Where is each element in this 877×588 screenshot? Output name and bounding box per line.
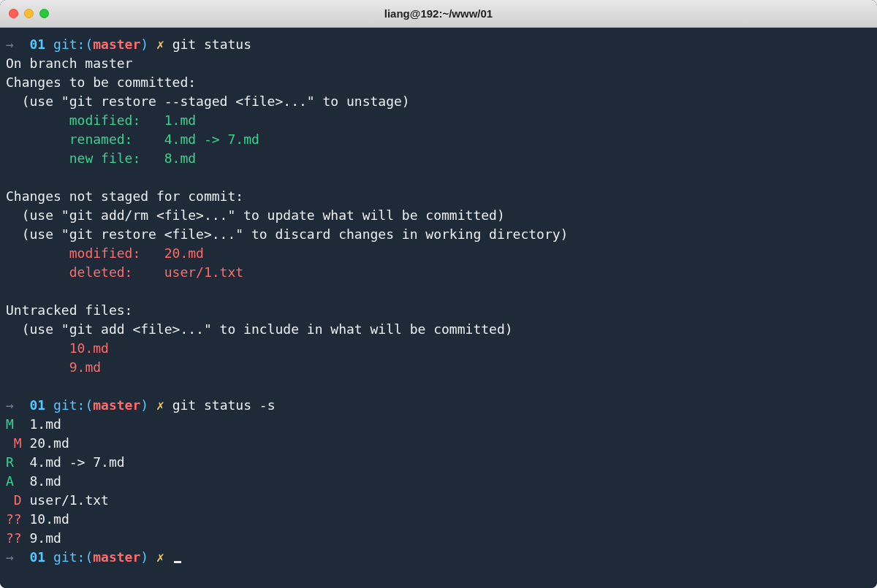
prompt-arrow-icon: →: [6, 549, 14, 565]
staged-label-0: modified:: [69, 112, 141, 128]
prompt-git-close: ): [140, 549, 148, 565]
prompt-git-close: ): [140, 37, 148, 52]
prompt-dirty-icon: ✗: [156, 397, 164, 413]
command-2: git status -s: [172, 397, 276, 413]
untracked-header: Untracked files:: [6, 302, 132, 318]
short-y-2: [14, 454, 22, 470]
prompt-dirty-icon: ✗: [156, 37, 164, 52]
staged-label-1: renamed:: [69, 131, 133, 147]
short-x-3: A: [6, 473, 14, 489]
short-x-1: [6, 435, 14, 451]
staged-file-0: 1.md: [164, 112, 196, 128]
unstaged-file-0: 20.md: [164, 245, 204, 261]
unstaged-label-1: deleted:: [69, 264, 133, 280]
maximize-icon[interactable]: [39, 9, 49, 18]
traffic-lights: [9, 9, 49, 18]
window-title: liang@192:~/www/01: [384, 7, 493, 20]
short-file-3: 8.md: [30, 473, 61, 489]
prompt-git-close: ): [140, 397, 148, 413]
minimize-icon[interactable]: [24, 9, 34, 18]
short-x-0: M: [6, 416, 14, 432]
short-x-4: [6, 492, 14, 508]
titlebar: liang@192:~/www/01: [0, 0, 877, 28]
unstaged-file-1: user/1.txt: [164, 264, 243, 280]
unstaged-label-0: modified:: [69, 245, 141, 261]
prompt-branch: master: [93, 37, 140, 52]
short-x-5: ?: [6, 511, 14, 527]
terminal-window: liang@192:~/www/01 → 01 git:(master) ✗ g…: [0, 0, 877, 588]
prompt-arrow-icon: →: [6, 397, 14, 413]
prompt-branch: master: [93, 549, 140, 565]
prompt-dirty-icon: ✗: [156, 549, 164, 565]
prompt-git-label: git:(: [53, 397, 93, 413]
short-file-6: 9.md: [30, 530, 61, 546]
short-file-5: 10.md: [30, 511, 69, 527]
cursor-icon: [174, 561, 181, 563]
prompt-git-label: git:(: [53, 37, 93, 52]
short-y-1: M: [14, 435, 22, 451]
short-file-1: 20.md: [30, 435, 69, 451]
short-file-4: user/1.txt: [30, 492, 109, 508]
prompt-dir: 01: [30, 549, 46, 565]
prompt-git-label: git:(: [53, 549, 93, 565]
prompt-branch: master: [93, 397, 140, 413]
staged-header: Changes to be committed:: [6, 75, 196, 90]
close-icon[interactable]: [9, 9, 18, 18]
unstaged-hint-1: (use "git add/rm <file>..." to update wh…: [6, 207, 505, 223]
short-y-4: D: [14, 492, 22, 508]
prompt-dir: 01: [30, 397, 46, 413]
command-1: git status: [172, 37, 251, 52]
staged-file-1: 4.md -> 7.md: [164, 131, 259, 147]
staged-file-2: 8.md: [164, 150, 196, 166]
branch-line: On branch master: [6, 56, 132, 71]
untracked-hint: (use "git add <file>..." to include in w…: [6, 321, 513, 337]
short-y-0: [14, 416, 22, 432]
short-y-5: ?: [14, 511, 22, 527]
unstaged-hint-2: (use "git restore <file>..." to discard …: [6, 226, 568, 242]
prompt-dir: 01: [30, 37, 46, 52]
staged-hint: (use "git restore --staged <file>..." to…: [6, 93, 410, 109]
terminal-body[interactable]: → 01 git:(master) ✗ git status On branch…: [0, 28, 877, 588]
prompt-arrow-icon: →: [6, 37, 14, 52]
staged-label-2: new file:: [69, 150, 141, 166]
short-file-2: 4.md -> 7.md: [30, 454, 125, 470]
short-file-0: 1.md: [30, 416, 61, 432]
short-x-6: ?: [6, 530, 14, 546]
short-y-6: ?: [14, 530, 22, 546]
unstaged-header: Changes not staged for commit:: [6, 188, 243, 204]
untracked-file-1: 9.md: [69, 359, 101, 375]
short-x-2: R: [6, 454, 14, 470]
short-y-3: [14, 473, 22, 489]
untracked-file-0: 10.md: [69, 340, 109, 356]
